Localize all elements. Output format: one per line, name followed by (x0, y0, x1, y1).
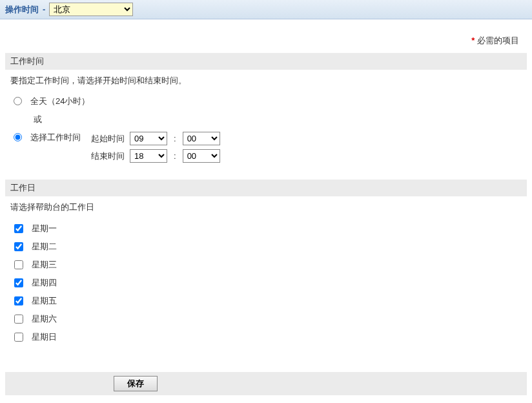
day-row: 星期一 (10, 222, 522, 235)
day-row: 星期三 (10, 258, 522, 271)
day-row: 星期四 (10, 276, 522, 289)
end-time-label: 结束时间 (91, 150, 125, 162)
site-select[interactable]: 北京 (49, 3, 133, 16)
work-time-instruction: 要指定工作时间，请选择开始时间和结束时间。 (10, 75, 522, 87)
day-row: 星期五 (10, 294, 522, 307)
required-star-icon: * (471, 36, 475, 45)
day-checkbox[interactable] (14, 315, 23, 324)
radio-all-day-label: 全天（24小时） (30, 96, 90, 107)
header-bar: 操作时间 - 北京 (0, 0, 532, 19)
start-minute-select[interactable]: 00 (183, 132, 220, 145)
colon-2: : (172, 151, 178, 161)
or-text: 或 (34, 114, 522, 125)
day-label: 星期一 (32, 223, 57, 234)
day-checkbox[interactable] (14, 260, 23, 269)
work-days-header: 工作日 (5, 180, 527, 196)
day-label: 星期四 (32, 277, 57, 289)
day-checkbox[interactable] (14, 296, 23, 305)
colon-1: : (172, 134, 178, 143)
header-title: 操作时间 (5, 4, 39, 16)
day-label: 星期五 (32, 295, 57, 307)
end-hour-select[interactable]: 18 (130, 149, 167, 163)
day-checkbox[interactable] (14, 224, 23, 233)
start-time-label: 起始时间 (91, 133, 125, 145)
day-label: 星期六 (32, 313, 57, 325)
day-label: 星期日 (32, 331, 57, 343)
end-minute-select[interactable]: 00 (183, 149, 220, 163)
day-checkbox[interactable] (14, 242, 23, 251)
radio-select-time-label: 选择工作时间 (30, 132, 81, 143)
day-checkbox[interactable] (14, 278, 23, 287)
radio-all-day[interactable] (14, 97, 22, 105)
day-row: 星期六 (10, 313, 522, 326)
day-checkbox[interactable] (14, 333, 23, 342)
footer-bar: 保存 (5, 372, 527, 395)
header-separator: - (43, 5, 45, 14)
required-note-text: 必需的项目 (477, 36, 519, 45)
work-time-body: 要指定工作时间，请选择开始时间和结束时间。 全天（24小时） 或 选择工作时间 … (5, 70, 527, 180)
day-row: 星期日 (10, 331, 522, 344)
day-label: 星期三 (32, 259, 57, 271)
day-row: 星期二 (10, 240, 522, 253)
work-days-body: 请选择帮助台的工作日 星期一星期二星期三星期四星期五星期六星期日 (5, 196, 527, 359)
radio-select-time[interactable] (14, 133, 22, 141)
required-note: * 必需的项目 (5, 31, 527, 53)
start-hour-select[interactable]: 09 (130, 132, 167, 145)
day-label: 星期二 (32, 241, 57, 253)
work-time-header: 工作时间 (5, 53, 527, 70)
work-days-instruction: 请选择帮助台的工作日 (10, 202, 522, 213)
save-button[interactable]: 保存 (114, 376, 158, 391)
